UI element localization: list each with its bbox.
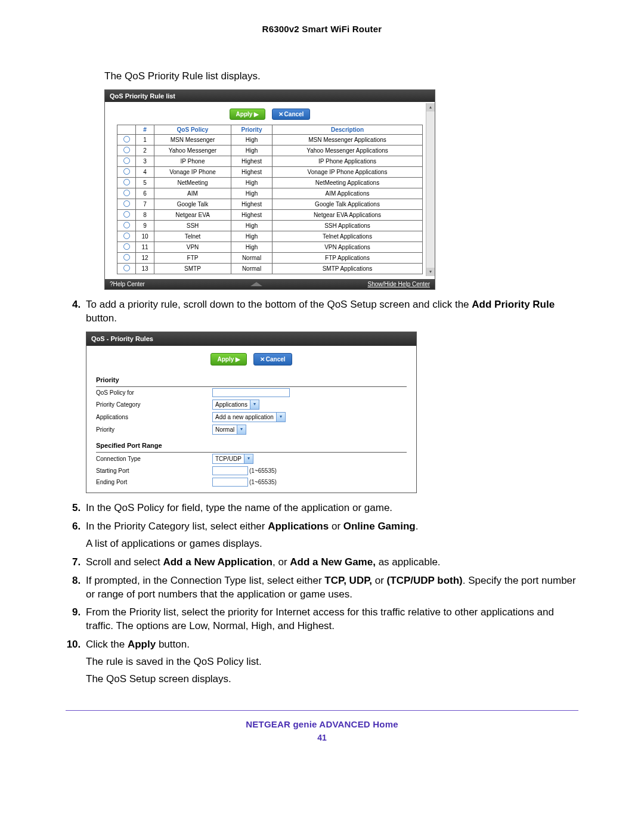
t: or <box>372 575 387 586</box>
step4-post: button. <box>86 312 117 324</box>
cancel-label: Cancel <box>266 356 286 363</box>
show-hide-help-link[interactable]: Show/Hide Help Center <box>367 281 430 287</box>
radio-icon <box>123 233 130 239</box>
priority-category-select[interactable]: Applications▾ <box>212 400 259 410</box>
step-6: In the Priority Category list, select ei… <box>83 520 578 551</box>
radio-cell[interactable] <box>117 177 136 188</box>
desc-cell: Yahoo Messenger Applications <box>273 145 423 156</box>
priority-cell: Normal <box>231 263 273 274</box>
qos-policy-for-input[interactable] <box>212 388 290 397</box>
label-ending-port: Ending Port <box>96 478 212 487</box>
table-row: 6AIMHighAIM Applications <box>117 188 423 199</box>
num-cell: 10 <box>136 231 154 241</box>
desc-cell: VPN Applications <box>273 241 423 252</box>
desc-cell: NetMeeting Applications <box>273 177 423 188</box>
chevron-down-icon: ▾ <box>276 413 285 422</box>
num-cell: 6 <box>136 188 154 199</box>
table-row: 11VPNHighVPN Applications <box>117 241 423 252</box>
t: Add a New Game, <box>290 556 376 568</box>
label-priority-category: Priority Category <box>96 401 212 409</box>
help-center-link[interactable]: ?Help Center <box>110 281 145 287</box>
priority-cell: Highest <box>231 166 273 177</box>
select-value: TCP/UDP <box>213 455 244 463</box>
qos-priority-rules-screenshot: QoS - Priority Rules Apply ▶ ✕Cancel Pri… <box>86 332 417 493</box>
priority-cell: High <box>231 241 273 252</box>
t: as applicable. <box>376 556 441 568</box>
cancel-button[interactable]: ✕Cancel <box>272 109 311 120</box>
radio-cell[interactable] <box>117 199 136 209</box>
applications-select[interactable]: Add a new application▾ <box>212 412 286 422</box>
policy-cell: NetMeeting <box>154 177 231 188</box>
step4-pre: To add a priority rule, scroll down to t… <box>86 299 472 310</box>
cancel-label: Cancel <box>284 111 304 117</box>
col-desc: Description <box>273 125 423 134</box>
desc-cell: AIM Applications <box>273 188 423 199</box>
port-range-heading: Specified Port Range <box>96 439 407 453</box>
table-row: 1MSN MessengerHighMSN Messenger Applicat… <box>117 134 423 145</box>
radio-cell[interactable] <box>117 156 136 166</box>
step-5: In the QoS Policy for field, type the na… <box>83 501 578 515</box>
label-connection-type: Connection Type <box>96 455 212 463</box>
table-row: 9SSHHighSSH Applications <box>117 220 423 231</box>
priority-cell: Normal <box>231 252 273 263</box>
connection-type-select[interactable]: TCP/UDP▾ <box>212 454 253 464</box>
num-cell: 4 <box>136 166 154 177</box>
policy-cell: SMTP <box>154 263 231 274</box>
table-row: 7Google TalkHighestGoogle Talk Applicati… <box>117 199 423 209</box>
shot2-titlebar: QoS - Priority Rules <box>86 332 416 346</box>
num-cell: 5 <box>136 177 154 188</box>
apply-button[interactable]: Apply ▶ <box>230 109 266 120</box>
num-cell: 7 <box>136 199 154 209</box>
t: , or <box>273 556 290 568</box>
radio-cell[interactable] <box>117 145 136 156</box>
priority-cell: High <box>231 177 273 188</box>
priority-cell: High <box>231 134 273 145</box>
priority-cell: Highest <box>231 199 273 209</box>
priority-select[interactable]: Normal▾ <box>212 425 246 435</box>
col-radio <box>117 125 136 134</box>
radio-cell[interactable] <box>117 231 136 241</box>
col-num: # <box>136 125 154 134</box>
radio-cell[interactable] <box>117 220 136 231</box>
radio-icon <box>123 190 130 196</box>
cancel-button[interactable]: ✕Cancel <box>253 353 292 366</box>
priority-cell: High <box>231 231 273 241</box>
radio-cell[interactable] <box>117 188 136 199</box>
radio-cell[interactable] <box>117 209 136 220</box>
priority-heading: Priority <box>96 374 407 387</box>
radio-cell[interactable] <box>117 134 136 145</box>
col-priority: Priority <box>231 125 273 134</box>
apply-button[interactable]: Apply ▶ <box>210 353 247 366</box>
scroll-up-icon[interactable]: ▴ <box>426 103 435 112</box>
t: Applications <box>268 521 329 532</box>
table-row: 12FTPNormalFTP Applications <box>117 252 423 263</box>
policy-cell: SSH <box>154 220 231 231</box>
radio-cell[interactable] <box>117 252 136 263</box>
radio-icon <box>123 147 130 153</box>
step10-sub1: The rule is saved in the QoS Policy list… <box>86 655 578 669</box>
scroll-down-icon[interactable]: ▾ <box>426 268 435 276</box>
radio-cell[interactable] <box>117 263 136 274</box>
ending-port-input[interactable] <box>212 478 248 487</box>
policy-cell: Telnet <box>154 231 231 241</box>
desc-cell: MSN Messenger Applications <box>273 134 423 145</box>
step-9: From the Priority list, select the prior… <box>83 606 578 633</box>
radio-cell[interactable] <box>117 241 136 252</box>
starting-port-input[interactable] <box>212 466 248 475</box>
num-cell: 13 <box>136 263 154 274</box>
step6-sub: A list of applications or games displays… <box>86 537 578 551</box>
qos-table: # QoS Policy Priority Description 1MSN M… <box>117 125 423 274</box>
policy-cell: Yahoo Messenger <box>154 145 231 156</box>
priority-cell: High <box>231 145 273 156</box>
num-cell: 3 <box>136 156 154 166</box>
expand-up-icon[interactable] <box>250 282 262 286</box>
scrollbar[interactable]: ▴ ▾ <box>426 103 435 276</box>
t: Online Gaming <box>343 521 416 532</box>
chevron-down-icon: ▾ <box>237 425 246 434</box>
t: button. <box>156 639 190 650</box>
chevron-down-icon: ▾ <box>250 400 259 409</box>
desc-cell: SSH Applications <box>273 220 423 231</box>
t: Scroll and select <box>86 556 163 568</box>
radio-cell[interactable] <box>117 166 136 177</box>
desc-cell: FTP Applications <box>273 252 423 263</box>
